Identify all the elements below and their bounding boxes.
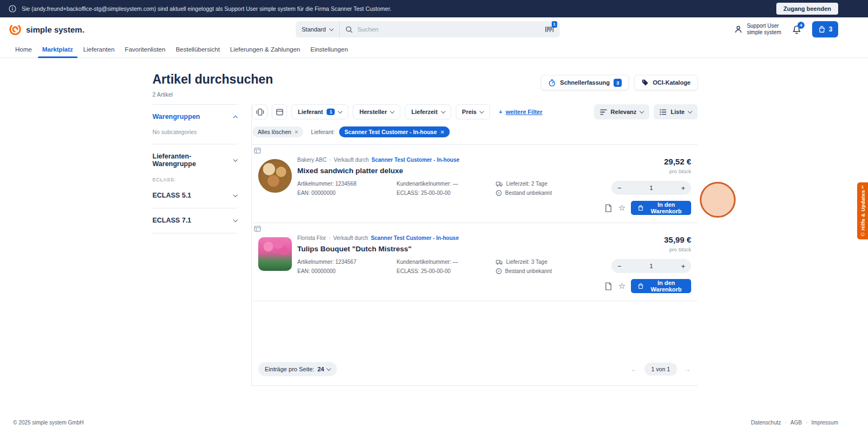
help-badge: 1 (861, 185, 864, 189)
end-session-button[interactable]: Zugang beenden (776, 3, 838, 15)
datasheet-icon[interactable] (604, 280, 613, 292)
view-card-icon[interactable] (272, 104, 287, 119)
quick-entry-button[interactable]: Schnellerfassung 3 (541, 75, 629, 90)
oci-label: OCI-Kataloge (653, 79, 691, 86)
add-to-cart-button[interactable]: In den Warenkorb (631, 201, 691, 215)
per-page-select[interactable]: Einträge pro Seite: 24 (258, 362, 337, 376)
bag-icon (818, 26, 826, 33)
view-mode-select[interactable]: Liste (654, 104, 698, 119)
footer-link[interactable]: Impressum (812, 420, 838, 426)
primary-nav: Home Marktplatz Lieferanten Favoritenlis… (0, 41, 868, 58)
search-scope-select[interactable]: Standard (296, 21, 340, 37)
catalog-flag-icon (254, 226, 261, 232)
view-carousel-icon[interactable] (252, 104, 267, 119)
sold-by-link[interactable]: Scanner Test Customer - In-house (372, 157, 459, 163)
next-page-button[interactable]: → (684, 365, 691, 373)
sold-by-label: Verkauft durch (334, 157, 368, 163)
eclass-51-label: ECLASS 5.1 (152, 192, 192, 199)
search-scope-value: Standard (302, 26, 326, 33)
cart-count: 3 (829, 26, 833, 33)
brand-logo[interactable]: simple system. (9, 23, 85, 36)
barcode-scan-icon[interactable]: 1 (545, 26, 554, 33)
close-icon[interactable]: × (295, 129, 298, 135)
filter-lieferzeit[interactable]: Lieferzeit (405, 104, 451, 119)
product-card: Bakery ABC · Verkauft durch Scanner Test… (252, 144, 698, 223)
quantity-value[interactable]: 1 (649, 185, 653, 191)
chevron-down-icon (329, 26, 333, 30)
favorite-star-icon[interactable]: ☆ (618, 202, 627, 214)
favorite-star-icon[interactable]: ☆ (618, 280, 627, 292)
sort-select[interactable]: Relevanz (594, 104, 650, 119)
dot-separator: · (329, 235, 330, 241)
help-updates-tab[interactable]: 1 Hilfe & Updates ☺ (857, 182, 868, 239)
click-indicator (700, 182, 736, 218)
copyright: © 2025 simple system GmbH (13, 420, 84, 426)
result-count: 2 Artikel (152, 91, 273, 98)
active-filter-value: Scanner Test Customer - In-house (344, 129, 437, 135)
filter-preis[interactable]: Preis (456, 104, 490, 119)
search-icon (345, 26, 353, 34)
chevron-down-icon (640, 109, 644, 113)
nav-item-bestelluebersicht[interactable]: Bestellübersicht (176, 41, 220, 58)
sidebar-section-lieferanten-warengruppe[interactable]: Lieferanten-Warengruppe (152, 153, 237, 168)
product-title[interactable]: Tulips Bouquet "Dutch Mistress" (297, 245, 604, 253)
filter-lieferant-badge: 1 (327, 109, 335, 115)
price-unit: pro Stück (669, 168, 691, 174)
filter-lieferant[interactable]: Lieferant 1 (291, 104, 348, 119)
active-filter-chip[interactable]: Scanner Test Customer - In-house × (339, 126, 450, 137)
truck-icon (496, 181, 503, 187)
nav-item-lieferanten[interactable]: Lieferanten (84, 41, 115, 58)
sold-by-label: Verkauft durch (333, 235, 368, 241)
sold-by-link[interactable]: Scanner Test Customer - In-house (371, 235, 459, 241)
cart-button[interactable]: 3 (812, 21, 838, 37)
stock-icon (496, 190, 502, 196)
filter-hersteller[interactable]: Hersteller (353, 104, 400, 119)
dot-separator: · (785, 420, 787, 426)
quantity-increase-button[interactable]: + (681, 263, 685, 270)
add-to-cart-button[interactable]: In den Warenkorb (631, 279, 691, 293)
sidebar-section-warengruppen[interactable]: Warengruppen (152, 113, 237, 121)
datasheet-icon[interactable] (604, 202, 613, 214)
kundenartikelnummer: Kundenartikelnummer: — (397, 181, 496, 187)
product-image[interactable] (258, 237, 292, 271)
quantity-increase-button[interactable]: + (681, 185, 685, 192)
impersonation-banner: Sie (andy.freund+backoffice-stg@simplesy… (0, 0, 868, 17)
dot-separator: · (806, 420, 807, 426)
product-list-panel: Lieferant 1 Hersteller Lieferzeit Preis (251, 104, 698, 386)
user-menu[interactable]: Support User simple system (734, 23, 781, 36)
nav-item-einstellungen[interactable]: Einstellungen (310, 41, 348, 58)
warengruppen-title: Warengruppen (152, 113, 200, 121)
more-filters-button[interactable]: + weitere Filter (494, 104, 546, 119)
info-icon (9, 5, 16, 12)
price: 35,99 € (664, 235, 691, 244)
sort-icon (600, 109, 607, 115)
search-input[interactable] (353, 26, 545, 33)
sidebar-item-eclass-51[interactable]: ECLASS 5.1 (152, 192, 237, 199)
warengruppen-empty-text: No subcategories (152, 129, 237, 135)
footer-link[interactable]: AGB (790, 420, 802, 426)
catalog-flag-icon (254, 148, 261, 154)
nav-item-marktplatz[interactable]: Marktplatz (42, 41, 73, 58)
clear-all-filters-chip[interactable]: Alles löschen × (252, 126, 303, 137)
sidebar-item-eclass-71[interactable]: ECLASS 7.1 (152, 217, 237, 224)
quick-entry-badge: 3 (614, 79, 622, 87)
oci-catalogs-button[interactable]: OCI-Kataloge (634, 75, 698, 90)
footer: © 2025 simple system GmbH Datenschutz · … (0, 414, 868, 431)
nav-item-favoritenlisten[interactable]: Favoritenlisten (125, 41, 165, 58)
nav-item-home[interactable]: Home (15, 41, 32, 58)
quantity-decrease-button[interactable]: − (617, 263, 622, 270)
per-page-value: 24 (317, 366, 324, 372)
help-label: Hilfe & Updates (860, 190, 866, 231)
product-title[interactable]: Mixed sandwich platter deluxe (297, 167, 604, 175)
quantity-decrease-button[interactable]: − (617, 185, 622, 192)
close-icon[interactable]: × (441, 129, 444, 135)
prev-page-button[interactable]: ← (630, 365, 638, 373)
quantity-value[interactable]: 1 (649, 263, 653, 269)
notifications-button[interactable]: 4 (792, 25, 801, 34)
nav-item-lieferungen-zahlungen[interactable]: Lieferungen & Zahlungen (230, 41, 300, 58)
product-image[interactable] (258, 159, 292, 193)
filter-hersteller-label: Hersteller (359, 109, 387, 115)
footer-link[interactable]: Datenschutz (751, 420, 781, 426)
stock-icon (496, 268, 502, 274)
sort-value: Relevanz (611, 109, 637, 115)
